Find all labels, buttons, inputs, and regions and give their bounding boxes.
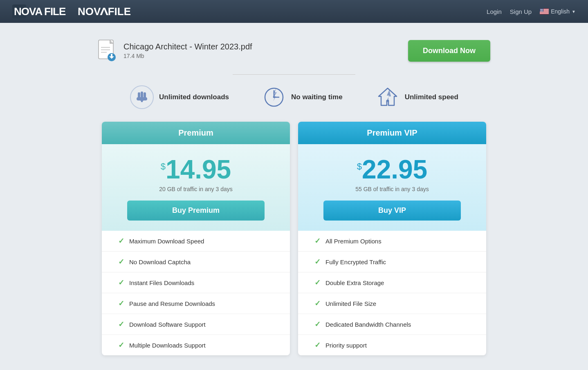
- check-icon: ✓: [118, 278, 124, 287]
- svg-rect-45: [144, 92, 146, 98]
- svg-point-30: [540, 11, 541, 11]
- logo[interactable]: NOVA FILE NOVΛFILE: [12, 4, 131, 18]
- svg-point-31: [541, 11, 541, 11]
- feature-text: No Download Captcha: [129, 259, 191, 265]
- login-link[interactable]: Login: [487, 8, 502, 15]
- check-icon: ✓: [314, 257, 321, 266]
- premium-traffic: 20 GB of traffic in any 3 days: [110, 186, 282, 192]
- plans-container: Premium $ 14.95 20 GB of traffic in any …: [98, 122, 490, 355]
- site-header: NOVA FILE NOVΛFILE Login Sign Up: [0, 0, 588, 23]
- flag-icon: [540, 9, 549, 14]
- svg-point-24: [542, 10, 543, 10]
- svg-text:FILE: FILE: [44, 5, 66, 18]
- list-item: ✓ Download Software Support: [102, 314, 290, 335]
- unlimited-downloads-label: Unlimited downloads: [159, 93, 229, 101]
- svg-rect-10: [540, 13, 549, 14]
- buy-premium-button[interactable]: Buy Premium: [127, 201, 265, 221]
- file-info: Chicago Architect - Winter 2023.pdf 17.4…: [98, 39, 252, 62]
- file-icon: [98, 39, 117, 62]
- list-item: ✓ Priority support: [298, 335, 486, 355]
- main-content: Chicago Architect - Winter 2023.pdf 17.4…: [90, 23, 498, 368]
- dropdown-arrow: ▼: [572, 9, 576, 14]
- check-icon: ✓: [314, 299, 321, 308]
- check-icon: ✓: [314, 278, 321, 287]
- premium-price-section: $ 14.95 20 GB of traffic in any 3 days B…: [102, 144, 290, 231]
- divider: [233, 74, 355, 75]
- list-item: ✓ All Premium Options: [298, 231, 486, 252]
- svg-point-27: [541, 11, 541, 11]
- premium-amount: 14.95: [166, 156, 231, 183]
- feature-text: Priority support: [325, 342, 367, 349]
- feature-text: Pause and Resume Downloads: [129, 300, 215, 307]
- logo-svg: NOVA FILE: [12, 4, 78, 18]
- svg-point-16: [543, 9, 543, 9]
- vip-traffic: 55 GB of traffic in any 3 days: [306, 186, 478, 192]
- svg-point-29: [542, 11, 543, 11]
- svg-point-22: [541, 10, 541, 10]
- feature-text: Instant Files Downloads: [129, 279, 194, 286]
- file-size: 17.4 Mb: [123, 53, 252, 59]
- check-icon: ✓: [314, 236, 321, 245]
- file-details: Chicago Architect - Winter 2023.pdf 17.4…: [123, 42, 252, 59]
- svg-rect-8: [540, 12, 549, 12]
- check-icon: ✓: [118, 257, 124, 266]
- features-row: Unlimited downloads No waiting time Unli: [98, 85, 490, 109]
- svg-point-12: [540, 9, 541, 9]
- svg-point-15: [542, 9, 543, 9]
- feature-unlimited-downloads: Unlimited downloads: [130, 85, 229, 109]
- check-icon: ✓: [314, 320, 321, 329]
- check-icon: ✓: [118, 236, 124, 245]
- svg-point-17: [541, 9, 541, 10]
- file-name: Chicago Architect - Winter 2023.pdf: [123, 42, 252, 51]
- feature-unlimited-speed: Unlimited speed: [375, 85, 458, 109]
- premium-dollar: $: [161, 161, 166, 172]
- signup-link[interactable]: Sign Up: [510, 8, 532, 15]
- svg-point-21: [540, 10, 541, 10]
- svg-point-19: [542, 9, 542, 10]
- svg-point-28: [542, 11, 542, 11]
- top-nav: Login Sign Up: [487, 8, 576, 15]
- speed-icon: [375, 85, 400, 109]
- language-selector[interactable]: English ▼: [540, 8, 576, 15]
- svg-point-34: [543, 11, 543, 11]
- no-waiting-label: No waiting time: [291, 93, 343, 101]
- feature-text: Multiple Downloads Support: [129, 342, 206, 349]
- svg-point-25: [543, 10, 543, 10]
- list-item: ✓ Dedicated Bandwidth Channels: [298, 314, 486, 335]
- vip-header: Premium VIP: [298, 122, 486, 144]
- svg-point-33: [542, 11, 543, 11]
- svg-point-23: [541, 10, 542, 10]
- svg-point-20: [542, 9, 543, 10]
- svg-rect-41: [111, 54, 112, 57]
- language-label: English: [551, 8, 570, 15]
- file-section: Chicago Architect - Winter 2023.pdf 17.4…: [98, 35, 490, 66]
- svg-point-13: [541, 9, 541, 9]
- list-item: ✓ No Download Captcha: [102, 252, 290, 272]
- check-icon: ✓: [118, 320, 124, 329]
- svg-point-32: [541, 11, 542, 11]
- premium-price: $ 14.95: [110, 156, 282, 183]
- feature-text: Download Software Support: [129, 321, 206, 328]
- feature-text: All Premium Options: [325, 238, 382, 245]
- download-now-button[interactable]: Download Now: [408, 40, 490, 62]
- unlimited-speed-label: Unlimited speed: [405, 93, 458, 101]
- list-item: ✓ Instant Files Downloads: [102, 272, 290, 293]
- list-item: ✓ Maximum Download Speed: [102, 231, 290, 252]
- svg-rect-48: [141, 99, 143, 102]
- list-item: ✓ Multiple Downloads Support: [102, 335, 290, 355]
- logo-text: NOVΛFILE: [78, 5, 131, 18]
- downloads-icon: [130, 85, 154, 109]
- vip-feature-list: ✓ All Premium Options ✓ Fully Encrypted …: [298, 231, 486, 355]
- premium-header: Premium: [102, 122, 290, 144]
- svg-marker-53: [273, 88, 277, 101]
- plan-premium: Premium $ 14.95 20 GB of traffic in any …: [102, 122, 290, 355]
- vip-dollar: $: [357, 161, 362, 172]
- list-item: ✓ Double Extra Storage: [298, 272, 486, 293]
- check-icon: ✓: [314, 341, 321, 350]
- list-item: ✓ Fully Encrypted Traffic: [298, 252, 486, 272]
- svg-point-26: [541, 11, 541, 11]
- buy-vip-button[interactable]: Buy VIP: [323, 201, 461, 221]
- svg-point-14: [541, 9, 542, 9]
- feature-text: Dedicated Bandwidth Channels: [325, 321, 411, 328]
- feature-text: Unlimited File Size: [325, 300, 376, 307]
